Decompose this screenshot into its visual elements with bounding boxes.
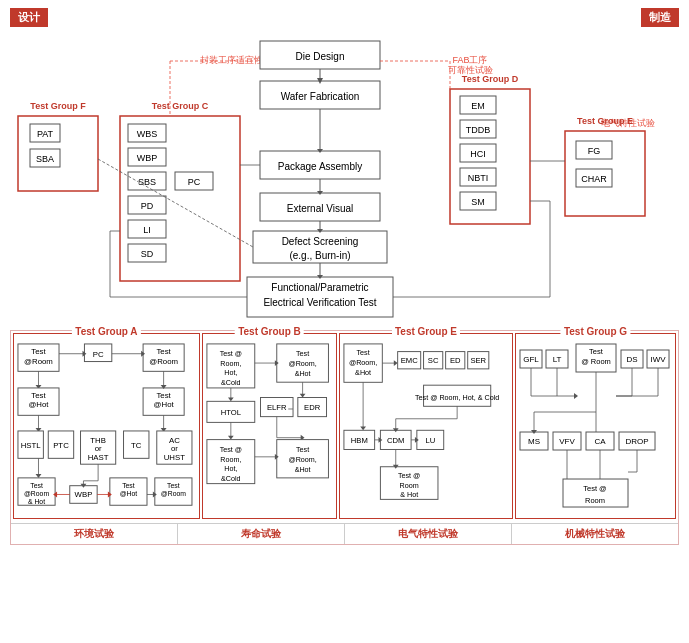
svg-marker-71 [300,394,306,398]
svg-text:SER: SER [470,356,486,365]
svg-text:@Hot: @Hot [28,400,49,409]
svg-text:UHST: UHST [164,453,185,462]
hci-text: HCI [470,149,486,159]
svg-text:ED: ED [450,356,461,365]
svg-text:ELFR: ELFR [267,403,287,412]
svg-text:Test: Test [30,482,43,489]
svg-text:EDR: EDR [304,403,321,412]
label-env: 环境试验 [11,524,178,544]
svg-text:Hot,: Hot, [224,465,237,473]
top-flow-diagram: 封装工序适宜性试验 FAB工序 可靠性试验 缺陷检出试验 电气特性试验 Die … [10,31,679,326]
group-g-svg: GFL LT Test @ Room DS IWV [518,342,673,514]
functional-test-text2: Electrical Verification Test [263,297,376,308]
svg-marker-139 [574,393,578,399]
wbp-text: WBP [137,153,158,163]
design-label: 设计 [10,8,48,27]
defect-screening-text1: Defect Screening [282,236,359,247]
li-text: LI [143,225,151,235]
main-container: 设计 制造 封装工序适宜性试验 FAB工序 可靠性试验 缺陷检出试验 电气特性试… [0,0,689,553]
svg-text:DROP: DROP [625,437,648,446]
group-a-container: Test Group A Test @Room PC Test @Room [13,333,200,519]
wbs-text: WBS [137,129,158,139]
svg-marker-56 [228,398,234,402]
svg-text:IWV: IWV [650,355,666,364]
svg-text:Test: Test [156,347,171,356]
group-c-title: Test Group C [152,101,209,111]
svg-text:Test: Test [589,347,604,356]
group-e-container: Test Group E Test @Room, &Hot EMC SC ED [339,333,513,519]
svg-text:VFV: VFV [559,437,575,446]
svg-text:Room: Room [585,496,605,505]
svg-text:WBP: WBP [75,490,93,499]
svg-text:THB: THB [90,436,106,445]
group-g-container: Test Group G GFL LT Test @ Room DS IWV [515,333,676,519]
svg-text:Test @: Test @ [583,484,606,493]
defect-screening-text2: (e.g., Burn-in) [289,250,350,261]
group-b-container: Test Group B Test @ Room, Hot, &Cold HTO… [202,333,337,519]
label-life: 寿命试验 [178,524,345,544]
svg-marker-31 [36,474,42,478]
sm-text: SM [471,197,485,207]
svg-text:HAST: HAST [88,453,109,462]
svg-text:@Hot: @Hot [154,400,175,409]
svg-text:Test: Test [296,446,309,454]
svg-text:HSTL: HSTL [21,441,42,450]
svg-text:& Hot: & Hot [400,490,418,499]
svg-text:@Hot: @Hot [120,490,138,497]
svg-text:@Room,: @Room, [288,456,316,464]
die-design-text: Die Design [296,51,345,62]
char-text: CHAR [581,174,607,184]
svg-text:@Room: @Room [24,357,53,366]
section-labels: 环境试验 寿命试验 电气特性试验 机械特性试验 [11,523,678,544]
svg-text:Test: Test [31,347,46,356]
svg-text:Test @: Test @ [220,446,242,454]
group-f-title: Test Group F [30,101,86,111]
svg-text:@Room: @Room [149,357,178,366]
svg-text:Test: Test [156,391,171,400]
svg-text:or: or [171,444,178,453]
pd-text: PD [141,201,154,211]
svg-marker-93 [394,360,398,366]
svg-text:DS: DS [626,355,637,364]
svg-text:EMC: EMC [401,356,418,365]
svg-text:SC: SC [428,356,439,365]
svg-text:&Hot: &Hot [295,370,311,378]
fg-text: FG [588,146,601,156]
svg-text:PTC: PTC [53,441,69,450]
svg-text:&Hot: &Hot [355,368,371,377]
pc-text-c: PC [188,177,201,187]
svg-text:LU: LU [425,436,435,445]
svg-text:LT: LT [553,355,562,364]
svg-marker-60 [228,436,234,440]
label-mech: 机械特性试验 [512,524,678,544]
svg-text:&Hot: &Hot [295,466,311,474]
manufacture-label: 制造 [641,8,679,27]
label-elec: 电气特性试验 [345,524,512,544]
svg-text:TC: TC [131,441,142,450]
svg-text:Test: Test [31,391,46,400]
svg-text:CDM: CDM [387,436,404,445]
annot-fab: FAB工序 [452,55,487,65]
tddb-text: TDDB [466,125,491,135]
wafer-fab-text: Wafer Fabrication [281,91,360,102]
svg-text:@ Room: @ Room [581,357,611,366]
svg-text:&Cold: &Cold [221,379,241,387]
svg-text:CA: CA [594,437,606,446]
sba-text: SBA [36,154,54,164]
svg-text:HBM: HBM [351,436,368,445]
svg-text:Test: Test [296,350,309,358]
svg-text:AC: AC [169,436,180,445]
group-e-title: Test Group E [392,326,460,337]
svg-text:Test: Test [357,348,370,357]
group-e-top-title: Test Group E [577,116,633,126]
group-a-svg: Test @Room PC Test @Room [16,342,197,510]
package-assembly-text: Package Assembly [278,161,363,172]
top-labels: 设计 制造 [10,8,679,27]
group-e-svg: Test @Room, &Hot EMC SC ED SER [342,342,510,507]
svg-text:@Room,: @Room, [288,360,316,368]
bottom-section: Test Group A Test @Room PC Test @Room [10,330,679,545]
svg-text:HTOL: HTOL [221,408,241,417]
svg-text:Test @ Room, Hot, & Cold: Test @ Room, Hot, & Cold [415,393,499,402]
svg-text:PC: PC [93,350,104,359]
group-b-title: Test Group B [235,326,304,337]
